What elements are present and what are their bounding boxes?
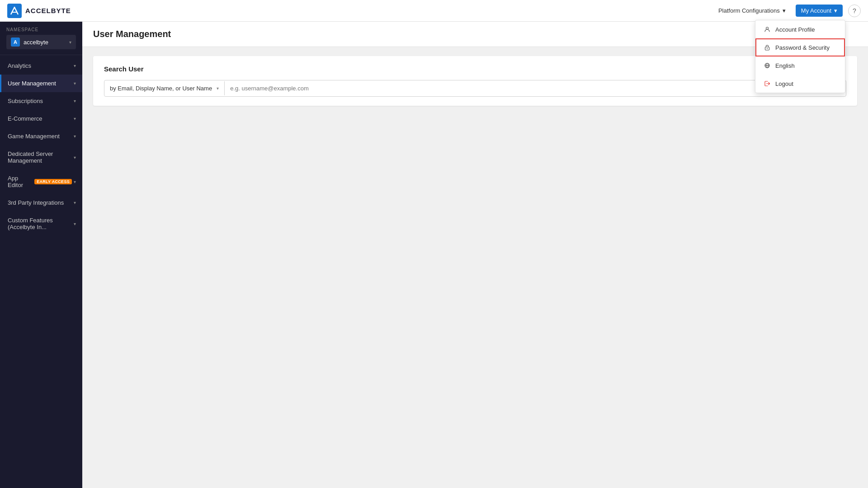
topbar: ACCELBYTE Platform Configurations ▾ My A… [0, 0, 868, 22]
sidebar-item-subscriptions[interactable]: Subscriptions ▾ [0, 92, 82, 110]
sidebar-game-management-chevron-icon: ▾ [74, 134, 76, 139]
sidebar-item-app-editor[interactable]: App Editor EARLY ACCESS ▾ [0, 169, 82, 194]
accelbyte-logo-icon [7, 4, 22, 18]
sidebar-custom-features-label: Custom Features (Accelbyte In... [8, 217, 74, 230]
dropdown-account-profile[interactable]: Account Profile [755, 20, 845, 38]
sidebar-game-management-label: Game Management [8, 133, 74, 140]
search-user-card: Search User by Email, Display Name, or U… [93, 56, 857, 106]
search-section-title: Search User [104, 65, 846, 73]
sidebar-analytics-chevron-icon: ▾ [74, 63, 76, 68]
platform-configurations-label: Platform Configurations [718, 7, 780, 14]
svg-rect-0 [7, 4, 22, 18]
my-account-label: My Account [801, 7, 831, 14]
platform-config-chevron-icon: ▾ [783, 7, 786, 14]
namespace-section: NAMESPACE A accelbyte ▾ [0, 22, 82, 53]
namespace-name: accelbyte [24, 39, 66, 46]
main-layout: NAMESPACE A accelbyte ▾ Analytics ▾ User… [0, 22, 868, 488]
dropdown-password-security-label: Password & Security [775, 44, 830, 51]
sidebar-item-analytics[interactable]: Analytics ▾ [0, 57, 82, 75]
search-filter-chevron-icon: ▾ [217, 86, 219, 91]
svg-point-1 [766, 27, 769, 29]
sidebar-item-user-management[interactable]: User Management ▾ [0, 75, 82, 92]
content-body: Search User by Email, Display Name, or U… [82, 47, 868, 115]
logo-text: ACCELBYTE [25, 7, 71, 14]
help-button[interactable]: ? [848, 5, 861, 17]
search-input[interactable] [225, 81, 828, 95]
svg-point-3 [767, 48, 768, 49]
search-row: by Email, Display Name, or User Name ▾ [104, 80, 846, 97]
page-title: User Management [93, 29, 857, 39]
help-question-icon: ? [853, 7, 856, 14]
sidebar-subscriptions-label: Subscriptions [8, 98, 74, 104]
dropdown-english-label: English [775, 62, 795, 69]
dropdown-account-profile-label: Account Profile [775, 26, 815, 33]
person-icon [764, 26, 771, 33]
dropdown-password-security[interactable]: Password & Security [755, 38, 845, 56]
early-access-badge: EARLY ACCESS [34, 179, 72, 184]
dropdown-logout[interactable]: Logout [755, 75, 845, 93]
sidebar-user-management-label: User Management [8, 80, 74, 87]
sidebar-app-editor-label: App Editor [8, 175, 33, 188]
sidebar-analytics-label: Analytics [8, 62, 74, 69]
topbar-left: ACCELBYTE [7, 4, 71, 18]
sidebar-divider [0, 55, 82, 55]
sidebar-3rd-party-chevron-icon: ▾ [74, 200, 76, 205]
namespace-icon: A [11, 38, 20, 47]
platform-configurations-button[interactable]: Platform Configurations ▾ [714, 5, 790, 17]
topbar-right: Platform Configurations ▾ My Account ▾ ? [714, 5, 861, 17]
content-header: User Management [82, 22, 868, 47]
my-account-chevron-icon: ▾ [834, 7, 837, 14]
lock-icon [764, 44, 771, 51]
sidebar-user-management-chevron-icon: ▾ [74, 81, 76, 86]
sidebar-item-e-commerce[interactable]: E-Commerce ▾ [0, 110, 82, 127]
sidebar: NAMESPACE A accelbyte ▾ Analytics ▾ User… [0, 22, 82, 488]
search-filter-label: by Email, Display Name, or User Name [110, 85, 212, 92]
namespace-chevron-icon: ▾ [69, 40, 71, 45]
sidebar-e-commerce-chevron-icon: ▾ [74, 116, 76, 121]
logout-icon [764, 80, 771, 87]
sidebar-subscriptions-chevron-icon: ▾ [74, 99, 76, 103]
sidebar-app-editor-chevron-icon: ▾ [74, 179, 76, 184]
namespace-label: NAMESPACE [6, 27, 76, 32]
sidebar-item-3rd-party[interactable]: 3rd Party Integrations ▾ [0, 194, 82, 211]
sidebar-item-custom-features[interactable]: Custom Features (Accelbyte In... ▾ [0, 211, 82, 236]
dropdown-english[interactable]: English [755, 56, 845, 75]
dropdown-logout-label: Logout [775, 80, 793, 87]
namespace-selector[interactable]: A accelbyte ▾ [6, 35, 76, 49]
my-account-button[interactable]: My Account ▾ [796, 5, 843, 17]
sidebar-e-commerce-label: E-Commerce [8, 115, 74, 122]
sidebar-dedicated-server-chevron-icon: ▾ [74, 155, 76, 160]
globe-icon [764, 62, 771, 69]
sidebar-dedicated-server-label: Dedicated Server Management [8, 150, 74, 164]
content-area: User Management Search User by Email, Di… [82, 22, 868, 488]
sidebar-3rd-party-label: 3rd Party Integrations [8, 199, 74, 206]
sidebar-custom-features-chevron-icon: ▾ [74, 221, 76, 226]
sidebar-item-dedicated-server[interactable]: Dedicated Server Management ▾ [0, 145, 82, 169]
search-filter-dropdown[interactable]: by Email, Display Name, or User Name ▾ [104, 81, 225, 95]
sidebar-item-game-management[interactable]: Game Management ▾ [0, 127, 82, 145]
account-dropdown-menu: Account Profile Password & Security En [755, 20, 845, 93]
